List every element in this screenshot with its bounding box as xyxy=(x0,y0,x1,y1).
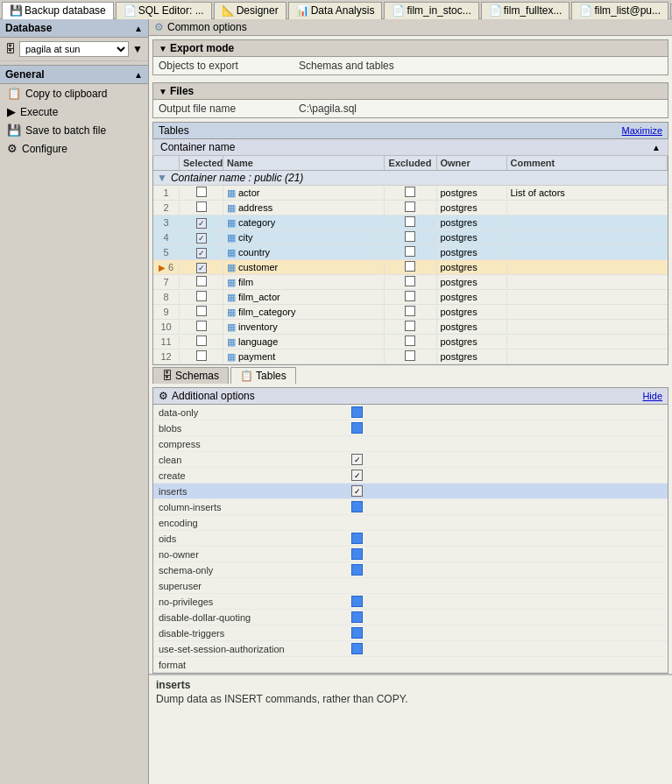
blue-checkbox[interactable] xyxy=(351,564,363,576)
check-checkbox[interactable] xyxy=(351,454,363,465)
exclude-checkbox[interactable] xyxy=(405,276,415,286)
cell-selected[interactable] xyxy=(180,335,223,349)
cell-selected[interactable] xyxy=(180,231,223,244)
option-row[interactable]: no-owner xyxy=(153,547,668,562)
table-row[interactable]: 11 ▦ language postgres xyxy=(153,335,668,350)
exclude-checkbox[interactable] xyxy=(405,321,415,331)
table-row[interactable]: 2 ▦ address postgres xyxy=(153,201,668,215)
table-row[interactable]: 7 ▦ film postgres xyxy=(153,275,668,290)
row-checkbox[interactable] xyxy=(196,248,207,258)
table-row[interactable]: 12 ▦ payment postgres xyxy=(153,350,668,364)
db-dropdown-arrow[interactable]: ▼ xyxy=(132,43,143,55)
exclude-checkbox[interactable] xyxy=(405,216,415,227)
row-checkbox[interactable] xyxy=(196,263,207,273)
check-checkbox[interactable] xyxy=(351,485,363,497)
table-row[interactable]: 4 ▦ city postgres xyxy=(153,230,668,245)
row-checkbox[interactable] xyxy=(196,218,207,229)
sidebar-item-copy[interactable]: 📋 Copy to clipboard xyxy=(0,84,148,102)
exclude-checkbox[interactable] xyxy=(405,246,415,257)
exclude-checkbox[interactable] xyxy=(405,231,415,242)
cell-excluded[interactable] xyxy=(385,350,437,364)
table-row[interactable]: 3 ▦ category postgres xyxy=(153,215,668,230)
option-value[interactable] xyxy=(346,642,668,655)
option-value[interactable] xyxy=(346,522,668,524)
cell-excluded[interactable] xyxy=(385,335,437,349)
option-value[interactable] xyxy=(346,563,668,576)
option-row[interactable]: disable-triggers xyxy=(153,625,668,641)
cell-selected[interactable] xyxy=(180,216,223,230)
hide-link[interactable]: Hide xyxy=(642,391,662,401)
blue-checkbox[interactable] xyxy=(351,406,363,418)
exclude-checkbox[interactable] xyxy=(405,261,415,272)
cell-excluded[interactable] xyxy=(385,201,437,215)
cell-selected[interactable] xyxy=(180,201,223,215)
cell-excluded[interactable] xyxy=(385,275,437,289)
cell-excluded[interactable] xyxy=(385,320,437,334)
exclude-checkbox[interactable] xyxy=(405,335,415,346)
cell-excluded[interactable] xyxy=(385,245,437,259)
cell-excluded[interactable] xyxy=(385,290,437,304)
tab-analysis[interactable]: 📊 Data Analysis xyxy=(288,2,383,19)
option-row[interactable]: data-only xyxy=(153,405,668,420)
maximize-link[interactable]: Maximize xyxy=(622,125,662,136)
option-row[interactable]: create xyxy=(153,468,668,484)
option-value[interactable] xyxy=(346,611,668,624)
tab-backup[interactable]: 💾 Backup database xyxy=(2,2,114,19)
option-value[interactable] xyxy=(346,443,668,445)
blue-checkbox[interactable] xyxy=(351,596,363,607)
option-value[interactable] xyxy=(346,453,668,466)
blue-checkbox[interactable] xyxy=(351,627,363,639)
option-row[interactable]: format xyxy=(153,657,668,673)
blue-checkbox[interactable] xyxy=(351,611,363,623)
cell-selected[interactable] xyxy=(180,186,223,200)
exclude-checkbox[interactable] xyxy=(405,187,415,197)
cell-excluded[interactable] xyxy=(385,215,437,230)
row-checkbox[interactable] xyxy=(196,233,207,244)
row-checkbox[interactable] xyxy=(196,187,207,197)
tab-film-stock[interactable]: 📄 film_in_stoc... xyxy=(384,2,478,19)
tab-tables[interactable]: 📋 Tables xyxy=(230,367,296,384)
blue-checkbox[interactable] xyxy=(351,533,363,544)
exclude-checkbox[interactable] xyxy=(405,201,415,212)
row-checkbox[interactable] xyxy=(196,306,207,316)
option-value[interactable] xyxy=(346,547,668,561)
row-checkbox[interactable] xyxy=(196,291,207,301)
exclude-checkbox[interactable] xyxy=(405,306,415,316)
option-row[interactable]: column-inserts xyxy=(153,499,668,515)
blue-checkbox[interactable] xyxy=(351,548,363,560)
cell-excluded[interactable] xyxy=(385,260,437,274)
option-value[interactable] xyxy=(346,500,668,513)
table-row[interactable]: 8 ▦ film_actor postgres xyxy=(153,290,668,305)
tab-sql[interactable]: 📄 SQL Editor: ... xyxy=(116,2,212,19)
cell-selected[interactable] xyxy=(180,275,223,289)
option-row[interactable]: blobs xyxy=(153,420,668,436)
cell-excluded[interactable] xyxy=(385,186,437,200)
exclude-checkbox[interactable] xyxy=(405,291,415,301)
option-row[interactable]: oids xyxy=(153,531,668,547)
export-mode-collapse[interactable]: ▼ xyxy=(159,44,167,53)
row-checkbox[interactable] xyxy=(196,276,207,286)
cell-selected[interactable] xyxy=(180,290,223,304)
check-checkbox[interactable] xyxy=(351,470,363,481)
database-collapse-button[interactable]: ▲ xyxy=(134,24,143,33)
tab-film-full[interactable]: 📄 film_fulltex... xyxy=(481,2,570,19)
cell-selected[interactable] xyxy=(180,261,223,274)
blue-checkbox[interactable] xyxy=(351,643,363,654)
option-row[interactable]: no-privileges xyxy=(153,594,668,610)
row-checkbox[interactable] xyxy=(196,321,207,331)
cell-selected[interactable] xyxy=(180,246,223,259)
tab-designer[interactable]: 📐 Designer xyxy=(214,2,286,19)
option-value[interactable] xyxy=(346,406,668,419)
exclude-checkbox[interactable] xyxy=(405,350,415,361)
option-value[interactable] xyxy=(346,421,668,434)
blue-checkbox[interactable] xyxy=(351,501,363,512)
option-value[interactable] xyxy=(346,532,668,545)
option-row[interactable]: inserts xyxy=(153,484,668,499)
table-row[interactable]: ▶ 6 ▦ customer postgres xyxy=(153,260,668,275)
row-checkbox[interactable] xyxy=(196,335,207,346)
table-row[interactable]: 10 ▦ inventory postgres xyxy=(153,320,668,335)
option-value[interactable] xyxy=(346,664,668,666)
option-value[interactable] xyxy=(346,585,668,587)
files-collapse[interactable]: ▼ xyxy=(159,87,167,96)
tab-schemas[interactable]: 🗄 Schemas xyxy=(152,367,229,384)
